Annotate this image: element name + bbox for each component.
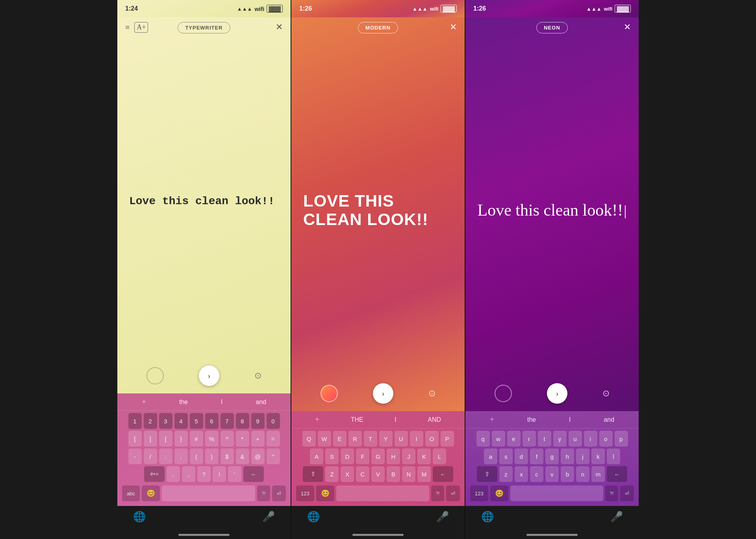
key-qe-1[interactable]: ?!	[257, 485, 270, 501]
mic-icon-1[interactable]: 🎤	[262, 511, 275, 523]
key-e-3[interactable]: e	[507, 431, 521, 447]
key-q-2[interactable]: Q	[302, 431, 316, 447]
key-comma-1[interactable]: ,	[182, 466, 195, 482]
key-o-2[interactable]: O	[425, 431, 439, 447]
key-lcurl-1[interactable]: {	[159, 431, 172, 447]
key-quote-1[interactable]: "	[267, 449, 280, 464]
key-shift-2[interactable]: ⇧	[303, 466, 323, 482]
key-del-3[interactable]: ←	[607, 466, 627, 482]
key-1-2[interactable]: 2	[144, 413, 157, 429]
key-1-6[interactable]: 6	[205, 413, 219, 429]
key-ast-1[interactable]: *	[236, 431, 249, 447]
key-b-3[interactable]: b	[561, 466, 574, 482]
menu-icon-1[interactable]: ≡	[125, 23, 130, 32]
key-hash-1[interactable]: #	[190, 431, 203, 447]
mic-icon-2[interactable]: 🎤	[436, 511, 449, 523]
font-icon-1[interactable]: A+	[134, 22, 148, 33]
pred-word-2c[interactable]: AND	[428, 416, 441, 423]
key-t-3[interactable]: t	[538, 431, 551, 447]
key-h-3[interactable]: h	[561, 449, 574, 464]
next-btn-3[interactable]: ›	[547, 383, 567, 404]
key-space-1[interactable]	[162, 485, 255, 501]
key-colon-1[interactable]: :	[159, 449, 172, 464]
font-label-1[interactable]: TYPEWRITER	[178, 22, 230, 33]
key-rpar-1[interactable]: )	[205, 449, 219, 464]
key-y-2[interactable]: Y	[379, 431, 393, 447]
key-minus-1[interactable]: -	[128, 449, 142, 464]
key-lpar-1[interactable]: (	[190, 449, 203, 464]
globe-icon-2[interactable]: 🌐	[307, 511, 320, 523]
key-x-3[interactable]: x	[515, 466, 528, 482]
key-rbr-1[interactable]: ]	[144, 431, 157, 447]
key-u-3[interactable]: u	[569, 431, 582, 447]
pred-word-1b[interactable]: I	[221, 399, 222, 406]
key-qmark-1[interactable]: ?	[197, 466, 211, 482]
key-c-2[interactable]: C	[356, 466, 369, 482]
key-shift-3[interactable]: ⇧	[477, 466, 497, 482]
key-f-2[interactable]: F	[356, 449, 369, 464]
key-d-2[interactable]: D	[341, 449, 354, 464]
key-1-9[interactable]: 9	[251, 413, 265, 429]
key-1-3[interactable]: 3	[159, 413, 172, 429]
camera-icon-1[interactable]: ⊙	[254, 371, 261, 381]
key-space-3[interactable]	[510, 485, 603, 501]
key-w-3[interactable]: w	[492, 431, 505, 447]
key-at-1[interactable]: @	[251, 449, 265, 464]
font-label-3[interactable]: NEON	[536, 22, 568, 33]
close-btn-2[interactable]: ✕	[450, 22, 457, 32]
mic-icon-3[interactable]: 🎤	[610, 511, 623, 523]
key-return-3[interactable]: ⏎	[620, 485, 634, 501]
key-123-3[interactable]: 123	[470, 485, 488, 501]
key-l-3[interactable]: l	[607, 449, 620, 464]
key-amp-1[interactable]: &	[236, 449, 249, 464]
key-dollar-1[interactable]: $	[220, 449, 234, 464]
key-return-1[interactable]: ⏎	[272, 485, 286, 501]
camera-icon-3[interactable]: ⊙	[602, 388, 610, 399]
key-p-3[interactable]: p	[615, 431, 628, 447]
key-qe-3[interactable]: ?!	[605, 485, 618, 501]
color-picker-3[interactable]	[495, 385, 512, 402]
close-btn-1[interactable]: ✕	[276, 22, 283, 32]
key-k-2[interactable]: K	[417, 449, 431, 464]
key-q-3[interactable]: q	[476, 431, 490, 447]
key-f-3[interactable]: f	[530, 449, 543, 464]
key-p-2[interactable]: P	[441, 431, 454, 447]
key-apos-1[interactable]: '	[228, 466, 241, 482]
key-pct-1[interactable]: %	[205, 431, 219, 447]
key-t-2[interactable]: T	[364, 431, 377, 447]
key-l-2[interactable]: L	[433, 449, 446, 464]
key-s-2[interactable]: S	[325, 449, 339, 464]
next-btn-1[interactable]: ›	[199, 365, 219, 386]
key-dot-1[interactable]: .	[167, 466, 180, 482]
key-g-3[interactable]: g	[545, 449, 559, 464]
key-del-2[interactable]: ←	[433, 466, 453, 482]
key-1-1[interactable]: 1	[128, 413, 142, 429]
key-emoji-1[interactable]: 😊	[142, 485, 160, 501]
key-w-2[interactable]: W	[318, 431, 331, 447]
key-b-2[interactable]: B	[387, 466, 400, 482]
key-caret-1[interactable]: ^	[220, 431, 234, 447]
key-1-4[interactable]: 4	[174, 413, 188, 429]
key-v-3[interactable]: v	[545, 466, 559, 482]
pred-word-1a[interactable]: the	[179, 399, 188, 406]
key-k-3[interactable]: k	[591, 449, 605, 464]
key-j-2[interactable]: J	[402, 449, 415, 464]
key-a-2[interactable]: A	[310, 449, 323, 464]
key-i-3[interactable]: i	[584, 431, 597, 447]
key-c-3[interactable]: c	[530, 466, 543, 482]
key-space-2[interactable]	[336, 485, 429, 501]
key-excl-1[interactable]: !	[213, 466, 226, 482]
key-rcurl-1[interactable]: }	[174, 431, 188, 447]
key-s-3[interactable]: s	[499, 449, 513, 464]
key-emoji-2[interactable]: 😊	[316, 485, 334, 501]
pred-word-3b[interactable]: I	[569, 416, 571, 423]
key-z-3[interactable]: z	[499, 466, 513, 482]
key-del-1[interactable]: ←	[243, 466, 264, 482]
pred-word-1c[interactable]: and	[256, 399, 266, 406]
pred-word-2b[interactable]: I	[395, 416, 396, 423]
key-slash-1[interactable]: /	[144, 449, 157, 464]
key-h-2[interactable]: H	[387, 449, 400, 464]
key-n-3[interactable]: n	[576, 466, 589, 482]
key-x-2[interactable]: X	[341, 466, 354, 482]
globe-icon-1[interactable]: 🌐	[133, 511, 146, 523]
